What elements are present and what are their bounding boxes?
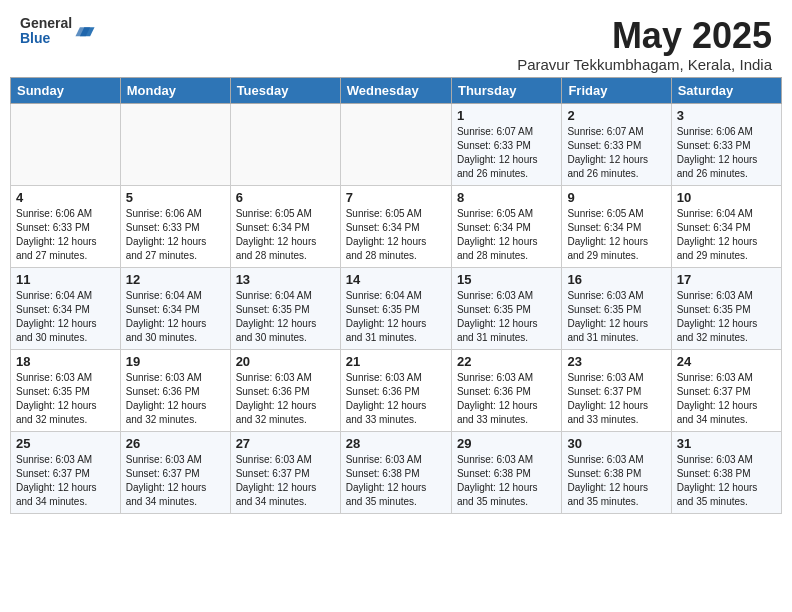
day-number: 7 bbox=[346, 190, 446, 205]
calendar-cell: 5Sunrise: 6:06 AM Sunset: 6:33 PM Daylig… bbox=[120, 185, 230, 267]
calendar-cell: 10Sunrise: 6:04 AM Sunset: 6:34 PM Dayli… bbox=[671, 185, 781, 267]
logo: General Blue bbox=[20, 16, 96, 47]
day-number: 17 bbox=[677, 272, 776, 287]
day-number: 1 bbox=[457, 108, 556, 123]
day-info: Sunrise: 6:03 AM Sunset: 6:36 PM Dayligh… bbox=[346, 371, 446, 427]
calendar-cell: 11Sunrise: 6:04 AM Sunset: 6:34 PM Dayli… bbox=[11, 267, 121, 349]
calendar-cell: 22Sunrise: 6:03 AM Sunset: 6:36 PM Dayli… bbox=[451, 349, 561, 431]
calendar-cell: 31Sunrise: 6:03 AM Sunset: 6:38 PM Dayli… bbox=[671, 431, 781, 513]
day-info: Sunrise: 6:03 AM Sunset: 6:37 PM Dayligh… bbox=[567, 371, 665, 427]
calendar-week-2: 4Sunrise: 6:06 AM Sunset: 6:33 PM Daylig… bbox=[11, 185, 782, 267]
calendar-cell: 9Sunrise: 6:05 AM Sunset: 6:34 PM Daylig… bbox=[562, 185, 671, 267]
calendar-cell: 4Sunrise: 6:06 AM Sunset: 6:33 PM Daylig… bbox=[11, 185, 121, 267]
calendar-cell bbox=[120, 103, 230, 185]
calendar-cell bbox=[11, 103, 121, 185]
calendar-week-3: 11Sunrise: 6:04 AM Sunset: 6:34 PM Dayli… bbox=[11, 267, 782, 349]
day-info: Sunrise: 6:05 AM Sunset: 6:34 PM Dayligh… bbox=[567, 207, 665, 263]
day-info: Sunrise: 6:03 AM Sunset: 6:36 PM Dayligh… bbox=[457, 371, 556, 427]
day-number: 11 bbox=[16, 272, 115, 287]
day-info: Sunrise: 6:03 AM Sunset: 6:37 PM Dayligh… bbox=[677, 371, 776, 427]
day-info: Sunrise: 6:04 AM Sunset: 6:35 PM Dayligh… bbox=[236, 289, 335, 345]
day-info: Sunrise: 6:07 AM Sunset: 6:33 PM Dayligh… bbox=[567, 125, 665, 181]
calendar-cell: 29Sunrise: 6:03 AM Sunset: 6:38 PM Dayli… bbox=[451, 431, 561, 513]
day-number: 23 bbox=[567, 354, 665, 369]
day-info: Sunrise: 6:07 AM Sunset: 6:33 PM Dayligh… bbox=[457, 125, 556, 181]
day-number: 22 bbox=[457, 354, 556, 369]
day-info: Sunrise: 6:06 AM Sunset: 6:33 PM Dayligh… bbox=[677, 125, 776, 181]
day-info: Sunrise: 6:05 AM Sunset: 6:34 PM Dayligh… bbox=[236, 207, 335, 263]
calendar-cell: 20Sunrise: 6:03 AM Sunset: 6:36 PM Dayli… bbox=[230, 349, 340, 431]
calendar-weekday-sunday: Sunday bbox=[11, 77, 121, 103]
day-info: Sunrise: 6:04 AM Sunset: 6:34 PM Dayligh… bbox=[16, 289, 115, 345]
day-number: 8 bbox=[457, 190, 556, 205]
calendar-weekday-thursday: Thursday bbox=[451, 77, 561, 103]
calendar-cell: 2Sunrise: 6:07 AM Sunset: 6:33 PM Daylig… bbox=[562, 103, 671, 185]
calendar-weekday-monday: Monday bbox=[120, 77, 230, 103]
day-info: Sunrise: 6:03 AM Sunset: 6:36 PM Dayligh… bbox=[126, 371, 225, 427]
calendar-cell: 15Sunrise: 6:03 AM Sunset: 6:35 PM Dayli… bbox=[451, 267, 561, 349]
day-number: 13 bbox=[236, 272, 335, 287]
day-number: 10 bbox=[677, 190, 776, 205]
calendar-weekday-tuesday: Tuesday bbox=[230, 77, 340, 103]
day-number: 27 bbox=[236, 436, 335, 451]
day-number: 19 bbox=[126, 354, 225, 369]
calendar-cell: 27Sunrise: 6:03 AM Sunset: 6:37 PM Dayli… bbox=[230, 431, 340, 513]
day-info: Sunrise: 6:03 AM Sunset: 6:38 PM Dayligh… bbox=[567, 453, 665, 509]
calendar-table: SundayMondayTuesdayWednesdayThursdayFrid… bbox=[10, 77, 782, 514]
page-header: General Blue May 2025 Paravur Tekkumbhag… bbox=[10, 10, 782, 73]
calendar-cell bbox=[340, 103, 451, 185]
day-info: Sunrise: 6:03 AM Sunset: 6:37 PM Dayligh… bbox=[16, 453, 115, 509]
day-info: Sunrise: 6:03 AM Sunset: 6:35 PM Dayligh… bbox=[677, 289, 776, 345]
day-number: 15 bbox=[457, 272, 556, 287]
day-number: 30 bbox=[567, 436, 665, 451]
calendar-cell: 1Sunrise: 6:07 AM Sunset: 6:33 PM Daylig… bbox=[451, 103, 561, 185]
calendar-weekday-saturday: Saturday bbox=[671, 77, 781, 103]
day-info: Sunrise: 6:03 AM Sunset: 6:37 PM Dayligh… bbox=[236, 453, 335, 509]
day-info: Sunrise: 6:04 AM Sunset: 6:34 PM Dayligh… bbox=[126, 289, 225, 345]
day-number: 26 bbox=[126, 436, 225, 451]
day-number: 3 bbox=[677, 108, 776, 123]
day-info: Sunrise: 6:03 AM Sunset: 6:38 PM Dayligh… bbox=[457, 453, 556, 509]
calendar-cell: 25Sunrise: 6:03 AM Sunset: 6:37 PM Dayli… bbox=[11, 431, 121, 513]
day-number: 29 bbox=[457, 436, 556, 451]
day-info: Sunrise: 6:03 AM Sunset: 6:38 PM Dayligh… bbox=[677, 453, 776, 509]
day-info: Sunrise: 6:03 AM Sunset: 6:35 PM Dayligh… bbox=[16, 371, 115, 427]
calendar-cell: 14Sunrise: 6:04 AM Sunset: 6:35 PM Dayli… bbox=[340, 267, 451, 349]
day-number: 24 bbox=[677, 354, 776, 369]
day-info: Sunrise: 6:03 AM Sunset: 6:37 PM Dayligh… bbox=[126, 453, 225, 509]
calendar-week-5: 25Sunrise: 6:03 AM Sunset: 6:37 PM Dayli… bbox=[11, 431, 782, 513]
calendar-cell: 3Sunrise: 6:06 AM Sunset: 6:33 PM Daylig… bbox=[671, 103, 781, 185]
day-info: Sunrise: 6:05 AM Sunset: 6:34 PM Dayligh… bbox=[457, 207, 556, 263]
day-number: 12 bbox=[126, 272, 225, 287]
day-number: 25 bbox=[16, 436, 115, 451]
day-info: Sunrise: 6:04 AM Sunset: 6:34 PM Dayligh… bbox=[677, 207, 776, 263]
day-number: 28 bbox=[346, 436, 446, 451]
day-info: Sunrise: 6:03 AM Sunset: 6:35 PM Dayligh… bbox=[457, 289, 556, 345]
day-number: 18 bbox=[16, 354, 115, 369]
day-info: Sunrise: 6:04 AM Sunset: 6:35 PM Dayligh… bbox=[346, 289, 446, 345]
calendar-cell: 8Sunrise: 6:05 AM Sunset: 6:34 PM Daylig… bbox=[451, 185, 561, 267]
title-block: May 2025 Paravur Tekkumbhagam, Kerala, I… bbox=[517, 16, 772, 73]
day-info: Sunrise: 6:03 AM Sunset: 6:35 PM Dayligh… bbox=[567, 289, 665, 345]
logo-blue-text: Blue bbox=[20, 30, 50, 46]
logo-icon bbox=[74, 20, 96, 42]
calendar-header-row: SundayMondayTuesdayWednesdayThursdayFrid… bbox=[11, 77, 782, 103]
calendar-cell: 18Sunrise: 6:03 AM Sunset: 6:35 PM Dayli… bbox=[11, 349, 121, 431]
day-number: 14 bbox=[346, 272, 446, 287]
location: Paravur Tekkumbhagam, Kerala, India bbox=[517, 56, 772, 73]
day-number: 5 bbox=[126, 190, 225, 205]
calendar-weekday-friday: Friday bbox=[562, 77, 671, 103]
calendar-week-4: 18Sunrise: 6:03 AM Sunset: 6:35 PM Dayli… bbox=[11, 349, 782, 431]
calendar-cell: 28Sunrise: 6:03 AM Sunset: 6:38 PM Dayli… bbox=[340, 431, 451, 513]
calendar-cell: 30Sunrise: 6:03 AM Sunset: 6:38 PM Dayli… bbox=[562, 431, 671, 513]
day-info: Sunrise: 6:03 AM Sunset: 6:36 PM Dayligh… bbox=[236, 371, 335, 427]
day-number: 20 bbox=[236, 354, 335, 369]
calendar-cell: 16Sunrise: 6:03 AM Sunset: 6:35 PM Dayli… bbox=[562, 267, 671, 349]
calendar-cell: 19Sunrise: 6:03 AM Sunset: 6:36 PM Dayli… bbox=[120, 349, 230, 431]
day-info: Sunrise: 6:03 AM Sunset: 6:38 PM Dayligh… bbox=[346, 453, 446, 509]
day-number: 21 bbox=[346, 354, 446, 369]
month-year: May 2025 bbox=[517, 16, 772, 56]
day-number: 6 bbox=[236, 190, 335, 205]
calendar-weekday-wednesday: Wednesday bbox=[340, 77, 451, 103]
day-number: 16 bbox=[567, 272, 665, 287]
